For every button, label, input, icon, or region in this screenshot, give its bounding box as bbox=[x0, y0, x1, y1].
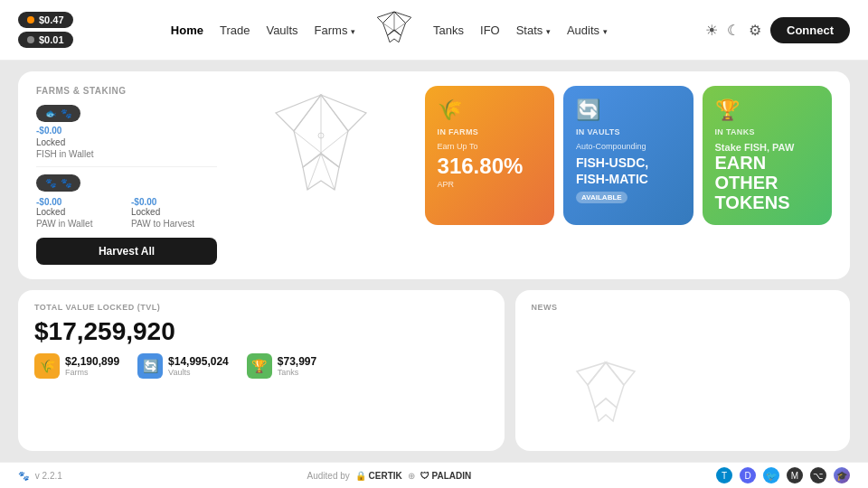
footer: 🐾 v 2.2.1 Audited by 🔒 CERTIK ⊕ 🛡 PALADI… bbox=[0, 462, 868, 488]
price-badges: $0.47 $0.01 bbox=[18, 12, 73, 48]
twitter-icon[interactable]: 🐦 bbox=[763, 467, 779, 483]
farms-card-icon: 🌾 bbox=[438, 99, 542, 122]
paw-locked-value: -$0.00 bbox=[36, 197, 122, 207]
tvl-vaults-icon: 🔄 bbox=[137, 353, 163, 379]
logo-fox bbox=[372, 7, 417, 52]
fish-locked-value: -$0.00 bbox=[36, 126, 61, 136]
farms-left-panel: FARMS & STAKING 🐟 🐾 -$0.00 Locked FISH i… bbox=[36, 86, 217, 265]
svg-marker-3 bbox=[394, 12, 411, 23]
tanks-card-location: In Tanks bbox=[715, 127, 819, 136]
paw-dot bbox=[27, 36, 34, 43]
tvl-card: TOTAL VALUE LOCKED (TVL) $17,259,920 🌾 $… bbox=[18, 290, 505, 451]
tvl-farms-amount: $2,190,899 bbox=[65, 355, 119, 368]
moon-icon[interactable]: ☾ bbox=[727, 22, 740, 39]
fox-illustration bbox=[231, 86, 410, 212]
fish-token-pill[interactable]: 🐟 🐾 bbox=[36, 105, 80, 122]
tvl-items: 🌾 $2,190,899 Farms 🔄 $14,995,024 Vaults … bbox=[34, 353, 488, 379]
tvl-vaults-info: $14,995,024 Vaults bbox=[168, 355, 229, 377]
farms-info-card[interactable]: 🌾 In Farms Earn Up To 316.80% APR bbox=[425, 86, 554, 225]
tvl-tanks-icon: 🏆 bbox=[247, 353, 272, 379]
tvl-farms-label: Farms bbox=[65, 368, 119, 377]
nav-stats[interactable]: Stats ▾ bbox=[516, 23, 551, 37]
svg-line-12 bbox=[294, 131, 339, 167]
svg-line-6 bbox=[388, 23, 406, 36]
version-label: v 2.2.1 bbox=[35, 471, 62, 481]
fish-locked-label: -$0.00 bbox=[36, 126, 217, 136]
farms-title: FARMS & STAKING bbox=[36, 86, 217, 96]
svg-marker-8 bbox=[303, 154, 339, 190]
nav-tanks[interactable]: Tanks bbox=[433, 23, 464, 37]
footer-social-links: T D 🐦 M ⌥ 🎓 bbox=[716, 467, 850, 483]
tvl-vaults-amount: $14,995,024 bbox=[168, 355, 229, 368]
fish-icon: 🐟 bbox=[45, 108, 56, 118]
tvl-farms-item: 🌾 $2,190,899 Farms bbox=[34, 353, 119, 379]
paw-token-row: 🐾 🐾 bbox=[36, 174, 217, 192]
news-title: NEWS bbox=[532, 303, 834, 312]
farms-card-sublabel: Earn Up To bbox=[438, 142, 542, 151]
graduate-icon[interactable]: 🎓 bbox=[834, 467, 850, 483]
nav-farms[interactable]: Farms ▾ bbox=[315, 23, 355, 37]
tanks-info-card[interactable]: 🏆 In Tanks Stake FISH, PAW EARNOTHERTOKE… bbox=[703, 86, 832, 225]
tvl-vaults-label: Vaults bbox=[168, 368, 229, 377]
paw-price-badge[interactable]: $0.01 bbox=[18, 32, 73, 48]
paw-values-row: -$0.00 Locked PAW in Wallet -$0.00 Locke… bbox=[36, 197, 217, 230]
tanks-stake-label: Stake FISH, PAW bbox=[715, 142, 819, 153]
audit-label: Audited by bbox=[307, 471, 350, 481]
nav-trade[interactable]: Trade bbox=[220, 23, 250, 37]
fish-price: $0.47 bbox=[39, 14, 64, 25]
fish-wallet-sublabel: FISH in Wallet bbox=[36, 149, 217, 159]
harvest-all-button[interactable]: Harvest All bbox=[36, 238, 217, 265]
github-icon[interactable]: ⌥ bbox=[810, 467, 826, 483]
nav-audits[interactable]: Audits ▾ bbox=[567, 23, 608, 37]
medium-icon[interactable]: M bbox=[787, 467, 803, 483]
farms-card-apr-value: 316.80% bbox=[438, 155, 542, 178]
nav-links: Home Trade Vaults Farms ▾ Tanks IFO Stat… bbox=[84, 7, 694, 52]
vaults-available-badge: AVAILABLE bbox=[576, 192, 627, 203]
audit-separator: ⊕ bbox=[408, 471, 415, 481]
svg-marker-1 bbox=[388, 30, 401, 42]
paw-token-pill[interactable]: 🐾 🐾 bbox=[36, 174, 80, 192]
vaults-card-location: In Vaults bbox=[576, 127, 680, 136]
nav-vaults[interactable]: Vaults bbox=[266, 23, 297, 37]
sun-icon[interactable]: ☀ bbox=[705, 22, 718, 39]
tvl-tanks-info: $73,997 Tanks bbox=[278, 355, 316, 377]
paw-harvest-label: PAW to Harvest bbox=[131, 219, 217, 229]
divider bbox=[36, 166, 217, 167]
tvl-title: TOTAL VALUE LOCKED (TVL) bbox=[34, 303, 488, 312]
farms-card-location: In Farms bbox=[438, 127, 542, 136]
info-cards-row: 🌾 In Farms Earn Up To 316.80% APR 🔄 In V… bbox=[425, 86, 832, 225]
discord-icon[interactable]: D bbox=[740, 467, 756, 483]
paw-locked-label: Locked bbox=[36, 207, 122, 217]
vaults-info-card[interactable]: 🔄 In Vaults Auto-Compounding FISH-USDC, … bbox=[563, 86, 693, 225]
vaults-auto-compound-label: Auto-Compounding bbox=[576, 142, 680, 151]
tvl-farms-icon: 🌾 bbox=[34, 353, 60, 379]
fish-dot bbox=[27, 16, 34, 23]
paw-harvest-col: -$0.00 Locked PAW to Harvest bbox=[131, 197, 217, 230]
fish-wallet-label: Locked bbox=[36, 137, 217, 147]
telegram-icon[interactable]: T bbox=[716, 467, 732, 483]
footer-audit: Audited by 🔒 CERTIK ⊕ 🛡 PALADIN bbox=[307, 471, 472, 481]
farms-staking-card: FARMS & STAKING 🐟 🐾 -$0.00 Locked FISH i… bbox=[18, 71, 850, 279]
tanks-card-icon: 🏆 bbox=[715, 99, 819, 122]
tvl-vaults-item: 🔄 $14,995,024 Vaults bbox=[137, 353, 229, 379]
svg-line-13 bbox=[303, 131, 348, 167]
tanks-earn-label: EARNOTHERTOKENS bbox=[715, 153, 819, 212]
paladin-label: 🛡 PALADIN bbox=[420, 471, 471, 481]
settings-icon[interactable]: ⚙ bbox=[749, 22, 761, 39]
certik-label: 🔒 CERTIK bbox=[355, 471, 402, 481]
nav-home[interactable]: Home bbox=[171, 23, 203, 37]
main-content: FARMS & STAKING 🐟 🐾 -$0.00 Locked FISH i… bbox=[0, 61, 868, 462]
paw-harvest-locked-label: Locked bbox=[131, 207, 217, 217]
paw-price: $0.01 bbox=[39, 34, 64, 45]
paw-plus-icon: 🐾 bbox=[61, 108, 71, 118]
tvl-tanks-label: Tanks bbox=[278, 368, 316, 377]
vaults-pairs: FISH-USDC, FISH-MATIC bbox=[576, 155, 680, 187]
news-card: NEWS bbox=[515, 290, 850, 451]
nav-ifo[interactable]: IFO bbox=[480, 23, 500, 37]
connect-button[interactable]: Connect bbox=[770, 17, 850, 43]
nav-right: ☀ ☾ ⚙ Connect bbox=[705, 17, 850, 43]
tvl-tanks-amount: $73,997 bbox=[278, 355, 316, 368]
paw-icon: 🐾 bbox=[45, 178, 56, 188]
fish-price-badge[interactable]: $0.47 bbox=[18, 12, 73, 28]
paw-wallet-label: PAW in Wallet bbox=[36, 219, 122, 229]
